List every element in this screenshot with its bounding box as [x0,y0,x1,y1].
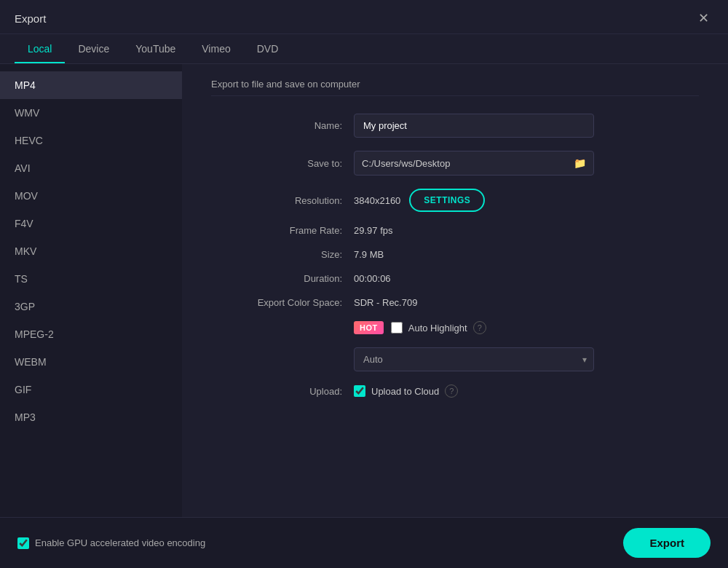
tab-local[interactable]: Local [15,34,65,63]
size-label: Size: [211,249,342,260]
upload-row: Upload: Upload to Cloud ? [211,384,699,398]
sidebar-item-f4v[interactable]: F4V [0,210,182,237]
sidebar-item-ts[interactable]: TS [0,265,182,293]
tab-vimeo[interactable]: Vimeo [189,34,243,63]
auto-highlight-content: HOT Auto Highlight ? [354,321,486,334]
name-label: Name: [211,120,342,131]
frame-rate-row: Frame Rate: 29.97 fps [211,225,699,236]
section-title: Export to file and save on computer [211,79,699,96]
duration-value: 00:00:06 [354,273,391,284]
auto-highlight-checkbox[interactable] [391,322,403,334]
sidebar-item-gif[interactable]: GIF [0,376,182,403]
frame-rate-label: Frame Rate: [211,225,342,236]
sidebar-item-mkv[interactable]: MKV [0,237,182,265]
sidebar-item-avi[interactable]: AVI [0,154,182,182]
auto-highlight-help-icon[interactable]: ? [473,321,486,334]
main-content: MP4 WMV HEVC AVI MOV F4V MKV TS 3GP MPEG… [0,64,728,517]
color-space-label: Export Color Space: [211,297,342,308]
export-dialog: Export ✕ Local Device YouTube Vimeo DVD … [0,0,728,568]
save-to-path: C:/Users/ws/Desktop [362,158,568,169]
color-space-value: SDR - Rec.709 [354,297,417,308]
title-bar: Export ✕ [0,0,728,34]
sidebar-item-mp4[interactable]: MP4 [0,71,182,99]
export-settings-panel: Export to file and save on computer Name… [182,64,728,517]
resolution-label: Resolution: [211,195,342,206]
tab-bar: Local Device YouTube Vimeo DVD [0,34,728,64]
dialog-title: Export [15,12,46,25]
auto-dropdown-wrapper: Auto ▾ [354,347,594,371]
duration-label: Duration: [211,273,342,284]
save-to-label: Save to: [211,158,342,169]
sidebar-item-mp3[interactable]: MP3 [0,403,182,431]
sidebar-item-mov[interactable]: MOV [0,182,182,210]
format-sidebar: MP4 WMV HEVC AVI MOV F4V MKV TS 3GP MPEG… [0,64,182,517]
auto-highlight-checkbox-row: Auto Highlight ? [391,321,486,334]
auto-highlight-label: Auto Highlight [408,323,467,334]
auto-highlight-row: HOT Auto Highlight ? [211,321,699,334]
name-row: Name: [211,114,699,138]
name-input[interactable] [354,114,594,138]
auto-highlight-dropdown[interactable]: Auto [354,347,594,371]
hot-badge: HOT [354,321,384,334]
tab-device[interactable]: Device [65,34,122,63]
sidebar-item-mpeg2[interactable]: MPEG-2 [0,320,182,348]
frame-rate-value: 29.97 fps [354,225,393,236]
upload-help-icon[interactable]: ? [445,384,458,398]
sidebar-item-hevc[interactable]: HEVC [0,127,182,154]
sidebar-item-webm[interactable]: WEBM [0,348,182,376]
tab-youtube[interactable]: YouTube [122,34,189,63]
settings-button[interactable]: SETTINGS [409,189,485,212]
save-to-wrapper: C:/Users/ws/Desktop 📁 [354,151,594,175]
sidebar-item-wmv[interactable]: WMV [0,99,182,127]
tab-dvd[interactable]: DVD [244,34,292,63]
gpu-checkbox[interactable] [17,537,29,549]
size-row: Size: 7.9 MB [211,249,699,260]
color-space-row: Export Color Space: SDR - Rec.709 [211,297,699,308]
folder-icon[interactable]: 📁 [574,157,586,169]
close-button[interactable]: ✕ [694,10,713,26]
save-to-row: Save to: C:/Users/ws/Desktop 📁 [211,151,699,175]
duration-row: Duration: 00:00:06 [211,273,699,284]
resolution-value: 3840x2160 [354,195,400,206]
upload-label: Upload: [211,386,342,397]
resolution-value-row: 3840x2160 SETTINGS [354,189,485,212]
upload-cloud-checkbox[interactable] [354,385,365,397]
gpu-row: Enable GPU accelerated video encoding [17,537,205,549]
size-value: 7.9 MB [354,249,384,260]
export-button[interactable]: Export [623,528,711,558]
upload-checkbox-row: Upload to Cloud ? [354,384,458,398]
gpu-label: Enable GPU accelerated video encoding [35,537,205,548]
footer: Enable GPU accelerated video encoding Ex… [0,517,728,568]
resolution-row: Resolution: 3840x2160 SETTINGS [211,189,699,212]
upload-to-cloud-label: Upload to Cloud [371,386,439,397]
sidebar-item-3gp[interactable]: 3GP [0,293,182,320]
